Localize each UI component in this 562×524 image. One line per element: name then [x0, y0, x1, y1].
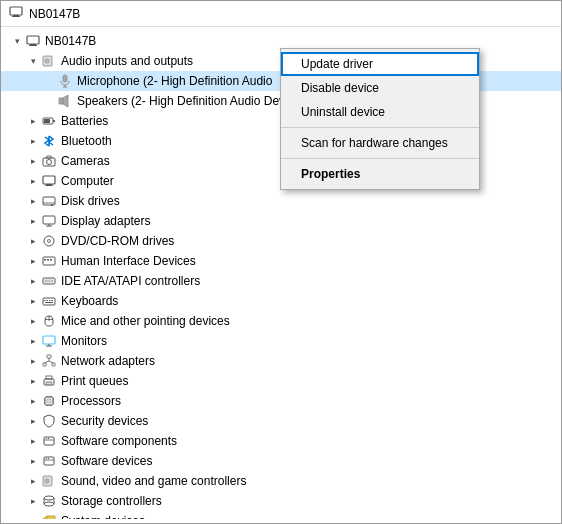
svg-rect-56 [46, 382, 52, 384]
tree-item-hid[interactable]: ▸Human Interface Devices [1, 251, 561, 271]
item-icon-disk [41, 193, 57, 209]
chevron-right-icon: ▸ [31, 236, 36, 246]
tree-item-monitors[interactable]: ▸Monitors [1, 331, 561, 351]
tree-item-ide[interactable]: ▸IDE ATA/ATAPI controllers [1, 271, 561, 291]
item-label-disk: Disk drives [61, 194, 120, 208]
item-label-bluetooth: Bluetooth [61, 134, 112, 148]
item-label-audio: Audio inputs and outputs [61, 54, 193, 68]
item-icon-sysdevices [41, 513, 57, 519]
expand-icon-sysdevices[interactable]: ▸ [25, 513, 41, 519]
expand-icon-swdevices[interactable]: ▸ [25, 453, 41, 469]
tree-item-swdevices[interactable]: ▸Software devices [1, 451, 561, 471]
context-menu-item-scan[interactable]: Scan for hardware changes [281, 131, 479, 155]
chevron-right-icon: ▸ [31, 116, 36, 126]
context-menu-separator [281, 127, 479, 128]
svg-rect-2 [12, 16, 20, 17]
expand-icon-bluetooth[interactable]: ▸ [25, 133, 41, 149]
svg-rect-79 [48, 458, 49, 459]
tree-item-sysdevices[interactable]: ▸System devices [1, 511, 561, 519]
svg-marker-13 [63, 95, 68, 107]
tree-item-processors[interactable]: ▸Processors [1, 391, 561, 411]
svg-rect-20 [43, 176, 55, 184]
expand-icon-processors[interactable]: ▸ [25, 393, 41, 409]
expand-icon-storage[interactable]: ▸ [25, 493, 41, 509]
item-label-display: Display adapters [61, 214, 150, 228]
expand-icon-cameras[interactable]: ▸ [25, 153, 41, 169]
chevron-right-icon: ▸ [31, 516, 36, 519]
item-icon-audio [41, 53, 57, 69]
expand-icon-disk[interactable]: ▸ [25, 193, 41, 209]
svg-point-30 [48, 240, 51, 243]
chevron-right-icon: ▸ [31, 216, 36, 226]
expand-icon-batteries[interactable]: ▸ [25, 113, 41, 129]
expand-icon-swcomponents[interactable]: ▸ [25, 433, 41, 449]
tree-item-keyboards[interactable]: ▸Keyboards [1, 291, 561, 311]
item-label-root: NB0147B [45, 34, 96, 48]
chevron-right-icon: ▸ [31, 256, 36, 266]
expand-icon-display[interactable]: ▸ [25, 213, 41, 229]
svg-rect-38 [44, 300, 46, 301]
expand-icon-root[interactable]: ▾ [9, 33, 25, 49]
item-label-computer: Computer [61, 174, 114, 188]
item-icon-network [41, 353, 57, 369]
expand-icon-monitors[interactable]: ▸ [25, 333, 41, 349]
item-icon-speakers [57, 93, 73, 109]
expand-icon-print[interactable]: ▸ [25, 373, 41, 389]
tree-item-swcomponents[interactable]: ▸Software components [1, 431, 561, 451]
svg-point-86 [44, 502, 54, 506]
expand-icon-audio[interactable]: ▾ [25, 53, 41, 69]
chevron-right-icon: ▸ [31, 416, 36, 426]
expand-icon-computer[interactable]: ▸ [25, 173, 41, 189]
svg-rect-42 [45, 302, 53, 303]
tree-item-display[interactable]: ▸Display adapters [1, 211, 561, 231]
window-title: NB0147B [29, 7, 80, 21]
chevron-right-icon: ▸ [31, 316, 36, 326]
tree-item-mice[interactable]: ▸Mice and other pointing devices [1, 311, 561, 331]
item-icon-computer [41, 173, 57, 189]
chevron-right-icon: ▸ [31, 396, 36, 406]
svg-rect-78 [46, 458, 47, 459]
context-menu-item-disable[interactable]: Disable device [281, 76, 479, 100]
item-icon-cameras [41, 153, 57, 169]
tree-item-sound[interactable]: ▸Sound, video and game controllers [1, 471, 561, 491]
tree-item-storage[interactable]: ▸Storage controllers [1, 491, 561, 511]
tree-item-security[interactable]: ▸Security devices [1, 411, 561, 431]
expand-icon-network[interactable]: ▸ [25, 353, 41, 369]
expand-icon-keyboards[interactable]: ▸ [25, 293, 41, 309]
item-icon-dvd [41, 233, 57, 249]
item-label-network: Network adapters [61, 354, 155, 368]
chevron-right-icon: ▸ [31, 156, 36, 166]
context-menu-item-update[interactable]: Update driver [281, 52, 479, 76]
context-menu-item-uninstall[interactable]: Uninstall device [281, 100, 479, 124]
item-icon-swdevices [41, 453, 57, 469]
svg-rect-41 [52, 300, 54, 301]
svg-rect-48 [47, 355, 51, 358]
svg-marker-19 [46, 156, 52, 158]
chevron-right-icon: ▸ [31, 376, 36, 386]
expand-icon-hid[interactable]: ▸ [25, 253, 41, 269]
item-icon-mice [41, 313, 57, 329]
expand-icon-mice[interactable]: ▸ [25, 313, 41, 329]
svg-rect-4 [30, 44, 36, 45]
expand-icon-sound[interactable]: ▸ [25, 473, 41, 489]
item-label-storage: Storage controllers [61, 494, 162, 508]
svg-rect-5 [29, 45, 37, 46]
svg-rect-45 [43, 336, 55, 344]
item-label-sound: Sound, video and game controllers [61, 474, 246, 488]
expand-icon-ide[interactable]: ▸ [25, 273, 41, 289]
tree-item-print[interactable]: ▸Print queues [1, 371, 561, 391]
tree-item-dvd[interactable]: ▸DVD/CD-ROM drives [1, 231, 561, 251]
svg-point-29 [44, 236, 54, 246]
tree-item-disk[interactable]: ▸Disk drives [1, 191, 561, 211]
item-label-swcomponents: Software components [61, 434, 177, 448]
expand-icon-dvd[interactable]: ▸ [25, 233, 41, 249]
svg-point-8 [46, 60, 48, 62]
tree-item-network[interactable]: ▸Network adapters [1, 351, 561, 371]
chevron-down-icon: ▾ [15, 36, 20, 46]
expand-icon-security[interactable]: ▸ [25, 413, 41, 429]
chevron-down-icon: ▾ [31, 56, 36, 66]
item-icon-display [41, 213, 57, 229]
chevron-right-icon: ▸ [31, 196, 36, 206]
context-menu-item-properties[interactable]: Properties [281, 162, 479, 186]
item-icon-keyboards [41, 293, 57, 309]
